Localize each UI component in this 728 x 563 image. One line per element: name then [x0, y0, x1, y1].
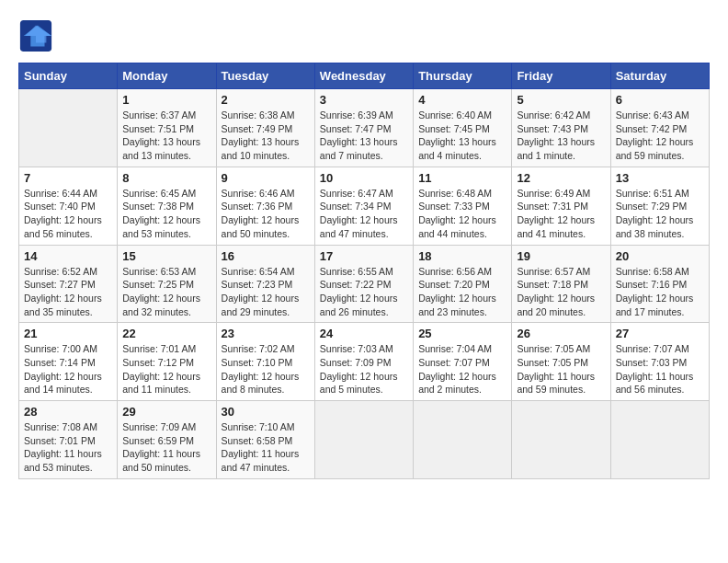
day-number: 3 — [320, 93, 408, 107]
day-info: Sunrise: 6:38 AMSunset: 7:49 PMDaylight:… — [222, 109, 310, 163]
calendar-week-row: 14Sunrise: 6:52 AMSunset: 7:27 PMDayligh… — [19, 245, 710, 323]
day-info: Sunrise: 6:43 AMSunset: 7:42 PMDaylight:… — [616, 109, 704, 163]
day-info: Sunrise: 6:48 AMSunset: 7:33 PMDaylight:… — [418, 187, 506, 241]
day-info: Sunrise: 6:39 AMSunset: 7:47 PMDaylight:… — [320, 109, 408, 163]
calendar-cell: 13Sunrise: 6:51 AMSunset: 7:29 PMDayligh… — [610, 167, 709, 245]
col-header-saturday: Saturday — [610, 63, 709, 89]
calendar-week-row: 7Sunrise: 6:44 AMSunset: 7:40 PMDaylight… — [19, 167, 710, 245]
day-number: 2 — [222, 93, 310, 107]
calendar-cell: 10Sunrise: 6:47 AMSunset: 7:34 PMDayligh… — [314, 167, 413, 245]
calendar-cell: 29Sunrise: 7:09 AMSunset: 6:59 PMDayligh… — [118, 401, 216, 479]
calendar-cell: 20Sunrise: 6:58 AMSunset: 7:16 PMDayligh… — [610, 245, 709, 323]
day-info: Sunrise: 7:08 AMSunset: 7:01 PMDaylight:… — [24, 420, 112, 475]
day-info: Sunrise: 6:58 AMSunset: 7:16 PMDaylight:… — [616, 265, 704, 319]
calendar-cell: 18Sunrise: 6:56 AMSunset: 7:20 PMDayligh… — [414, 245, 512, 323]
calendar-cell — [314, 401, 413, 479]
calendar-cell: 21Sunrise: 7:00 AMSunset: 7:14 PMDayligh… — [19, 323, 118, 401]
calendar-cell: 19Sunrise: 6:57 AMSunset: 7:18 PMDayligh… — [512, 245, 610, 323]
logo-icon — [18, 18, 53, 53]
day-number: 6 — [616, 93, 704, 107]
day-info: Sunrise: 7:10 AMSunset: 6:58 PMDaylight:… — [222, 420, 310, 475]
calendar-cell: 25Sunrise: 7:04 AMSunset: 7:07 PMDayligh… — [414, 323, 512, 401]
day-number: 4 — [418, 93, 506, 107]
calendar-cell: 24Sunrise: 7:03 AMSunset: 7:09 PMDayligh… — [314, 323, 413, 401]
day-number: 5 — [517, 93, 605, 107]
col-header-friday: Friday — [512, 63, 610, 89]
calendar-cell: 6Sunrise: 6:43 AMSunset: 7:42 PMDaylight… — [610, 89, 709, 167]
day-info: Sunrise: 6:55 AMSunset: 7:22 PMDaylight:… — [320, 265, 408, 319]
logo — [18, 18, 57, 53]
calendar-cell — [414, 401, 512, 479]
calendar-cell — [512, 401, 610, 479]
day-info: Sunrise: 7:01 AMSunset: 7:12 PMDaylight:… — [122, 342, 210, 396]
day-info: Sunrise: 6:40 AMSunset: 7:45 PMDaylight:… — [418, 109, 506, 163]
day-number: 28 — [24, 405, 112, 419]
day-info: Sunrise: 6:42 AMSunset: 7:43 PMDaylight:… — [517, 109, 605, 163]
day-number: 27 — [616, 327, 704, 340]
calendar-cell: 4Sunrise: 6:40 AMSunset: 7:45 PMDaylight… — [414, 89, 512, 167]
day-info: Sunrise: 6:37 AMSunset: 7:51 PMDaylight:… — [122, 109, 210, 163]
day-number: 13 — [616, 171, 704, 185]
day-number: 11 — [418, 171, 506, 185]
day-info: Sunrise: 7:04 AMSunset: 7:07 PMDaylight:… — [418, 342, 506, 396]
day-number: 30 — [222, 405, 310, 419]
col-header-wednesday: Wednesday — [314, 63, 413, 89]
calendar-cell: 2Sunrise: 6:38 AMSunset: 7:49 PMDaylight… — [216, 89, 314, 167]
calendar-week-row: 28Sunrise: 7:08 AMSunset: 7:01 PMDayligh… — [19, 401, 710, 479]
calendar-cell: 17Sunrise: 6:55 AMSunset: 7:22 PMDayligh… — [314, 245, 413, 323]
day-number: 19 — [517, 249, 605, 263]
day-info: Sunrise: 7:02 AMSunset: 7:10 PMDaylight:… — [222, 342, 310, 396]
calendar-cell: 5Sunrise: 6:42 AMSunset: 7:43 PMDaylight… — [512, 89, 610, 167]
day-number: 9 — [222, 171, 310, 185]
day-info: Sunrise: 6:45 AMSunset: 7:38 PMDaylight:… — [122, 187, 210, 241]
day-info: Sunrise: 7:09 AMSunset: 6:59 PMDaylight:… — [122, 420, 210, 475]
day-number: 18 — [418, 249, 506, 263]
calendar-cell: 12Sunrise: 6:49 AMSunset: 7:31 PMDayligh… — [512, 167, 610, 245]
day-number: 24 — [320, 327, 408, 340]
col-header-thursday: Thursday — [414, 63, 512, 89]
day-number: 10 — [320, 171, 408, 185]
col-header-monday: Monday — [118, 63, 216, 89]
calendar-table: SundayMondayTuesdayWednesdayThursdayFrid… — [18, 63, 710, 479]
day-number: 23 — [222, 327, 310, 340]
day-info: Sunrise: 6:57 AMSunset: 7:18 PMDaylight:… — [517, 265, 605, 319]
day-info: Sunrise: 6:49 AMSunset: 7:31 PMDaylight:… — [517, 187, 605, 241]
day-info: Sunrise: 6:44 AMSunset: 7:40 PMDaylight:… — [24, 187, 112, 241]
calendar-cell: 1Sunrise: 6:37 AMSunset: 7:51 PMDaylight… — [118, 89, 216, 167]
page-header — [18, 18, 710, 53]
day-info: Sunrise: 6:47 AMSunset: 7:34 PMDaylight:… — [320, 187, 408, 241]
day-info: Sunrise: 6:56 AMSunset: 7:20 PMDaylight:… — [418, 265, 506, 319]
day-number: 17 — [320, 249, 408, 263]
calendar-cell: 9Sunrise: 6:46 AMSunset: 7:36 PMDaylight… — [216, 167, 314, 245]
day-number: 20 — [616, 249, 704, 263]
day-number: 15 — [122, 249, 210, 263]
day-info: Sunrise: 7:07 AMSunset: 7:03 PMDaylight:… — [616, 342, 704, 396]
day-number: 8 — [122, 171, 210, 185]
day-info: Sunrise: 6:51 AMSunset: 7:29 PMDaylight:… — [616, 187, 704, 241]
calendar-cell: 28Sunrise: 7:08 AMSunset: 7:01 PMDayligh… — [19, 401, 118, 479]
day-info: Sunrise: 6:52 AMSunset: 7:27 PMDaylight:… — [24, 265, 112, 319]
day-number: 1 — [122, 93, 210, 107]
day-info: Sunrise: 6:53 AMSunset: 7:25 PMDaylight:… — [122, 265, 210, 319]
calendar-cell: 26Sunrise: 7:05 AMSunset: 7:05 PMDayligh… — [512, 323, 610, 401]
day-number: 14 — [24, 249, 112, 263]
day-number: 25 — [418, 327, 506, 340]
calendar-cell — [19, 89, 118, 167]
day-number: 21 — [24, 327, 112, 340]
calendar-cell — [610, 401, 709, 479]
day-number: 29 — [122, 405, 210, 419]
col-header-tuesday: Tuesday — [216, 63, 314, 89]
calendar-week-row: 21Sunrise: 7:00 AMSunset: 7:14 PMDayligh… — [19, 323, 710, 401]
calendar-cell: 7Sunrise: 6:44 AMSunset: 7:40 PMDaylight… — [19, 167, 118, 245]
col-header-sunday: Sunday — [19, 63, 118, 89]
day-info: Sunrise: 7:03 AMSunset: 7:09 PMDaylight:… — [320, 342, 408, 396]
calendar-cell: 3Sunrise: 6:39 AMSunset: 7:47 PMDaylight… — [314, 89, 413, 167]
day-number: 16 — [222, 249, 310, 263]
calendar-header-row: SundayMondayTuesdayWednesdayThursdayFrid… — [19, 63, 710, 89]
calendar-cell: 14Sunrise: 6:52 AMSunset: 7:27 PMDayligh… — [19, 245, 118, 323]
day-info: Sunrise: 6:54 AMSunset: 7:23 PMDaylight:… — [222, 265, 310, 319]
calendar-week-row: 1Sunrise: 6:37 AMSunset: 7:51 PMDaylight… — [19, 89, 710, 167]
day-info: Sunrise: 6:46 AMSunset: 7:36 PMDaylight:… — [222, 187, 310, 241]
calendar-cell: 22Sunrise: 7:01 AMSunset: 7:12 PMDayligh… — [118, 323, 216, 401]
calendar-cell: 23Sunrise: 7:02 AMSunset: 7:10 PMDayligh… — [216, 323, 314, 401]
